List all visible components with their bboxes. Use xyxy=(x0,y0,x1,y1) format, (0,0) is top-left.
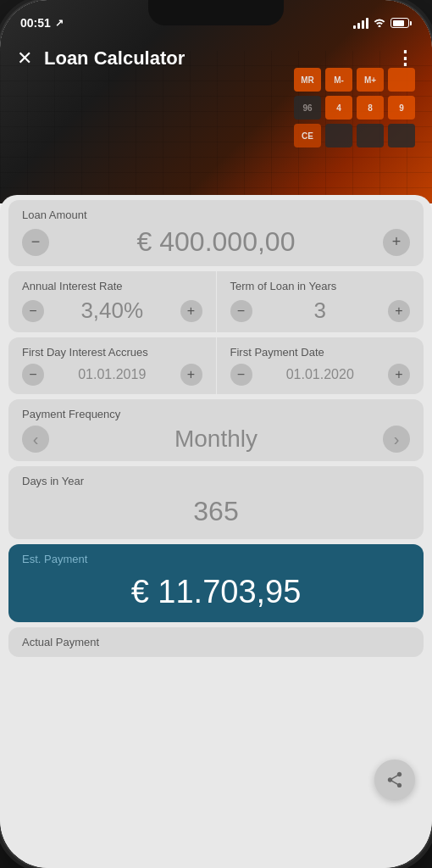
loan-amount-label: Loan Amount xyxy=(22,209,410,221)
est-payment-label: Est. Payment xyxy=(22,553,410,565)
actual-payment-label: Actual Payment xyxy=(22,636,410,648)
first-day-increase[interactable]: + xyxy=(180,364,202,386)
rate-increase[interactable]: + xyxy=(180,300,202,322)
share-icon xyxy=(385,771,404,789)
annual-rate-row: − 3,40% + xyxy=(22,298,202,324)
wifi-icon xyxy=(373,17,386,30)
annual-rate-value: 3,40% xyxy=(44,298,180,324)
first-payment-card: First Payment Date − 01.01.2020 + xyxy=(217,337,424,394)
annual-rate-label: Annual Interest Rate xyxy=(22,280,202,292)
first-payment-label: First Payment Date xyxy=(230,346,411,359)
term-increase[interactable]: + xyxy=(388,300,410,322)
first-day-decrease[interactable]: − xyxy=(22,364,44,386)
phone-screen: 00:51 ↗ xyxy=(0,0,432,868)
payment-frequency-card: Payment Frequency ‹ Monthly › xyxy=(8,399,424,461)
rate-term-row: Annual Interest Rate − 3,40% + Term of L… xyxy=(8,271,424,332)
payment-frequency-label: Payment Frequency xyxy=(22,408,410,420)
frequency-next[interactable]: › xyxy=(383,426,410,453)
first-day-value: 01.01.2019 xyxy=(44,367,180,382)
term-loan-card: Term of Loan in Years − 3 + xyxy=(217,271,424,332)
signal-icon xyxy=(353,17,368,29)
payment-frequency-row: ‹ Monthly › xyxy=(22,426,410,453)
est-payment-value: € 11.703,95 xyxy=(22,569,410,610)
frequency-prev[interactable]: ‹ xyxy=(22,426,49,453)
main-content: Loan Amount − € 400.000,00 + Annual Inte… xyxy=(0,195,432,868)
frequency-value: Monthly xyxy=(49,426,383,453)
share-button[interactable] xyxy=(374,760,415,800)
loan-amount-card: Loan Amount − € 400.000,00 + xyxy=(8,200,424,266)
days-in-year-value: 365 xyxy=(22,492,410,531)
app-title: Loan Calculator xyxy=(44,47,396,70)
close-button[interactable]: ✕ xyxy=(17,47,32,70)
loan-amount-value: € 400.000,00 xyxy=(49,226,383,258)
calculator-decoration: MR M- M+ 96 4 8 9 CE xyxy=(294,68,415,147)
loan-amount-decrease[interactable]: − xyxy=(22,229,49,256)
term-loan-row: − 3 + xyxy=(230,298,411,324)
more-menu-button[interactable]: ⋮ xyxy=(396,47,415,70)
days-in-year-label: Days in Year xyxy=(22,475,410,487)
rate-decrease[interactable]: − xyxy=(22,300,44,322)
navigation-icon: ↗ xyxy=(55,17,64,29)
loan-amount-row: − € 400.000,00 + xyxy=(22,226,410,258)
status-left: 00:51 ↗ xyxy=(20,16,64,30)
first-day-label: First Day Interest Accrues xyxy=(22,346,202,359)
est-payment-card: Est. Payment € 11.703,95 xyxy=(8,544,424,622)
battery-icon xyxy=(390,18,412,28)
status-right xyxy=(353,17,412,30)
notch xyxy=(148,0,284,25)
first-day-row: − 01.01.2019 + xyxy=(22,364,202,386)
time-display: 00:51 xyxy=(20,16,51,30)
phone-frame: 00:51 ↗ xyxy=(0,0,432,868)
term-decrease[interactable]: − xyxy=(230,300,252,322)
annual-rate-card: Annual Interest Rate − 3,40% + xyxy=(8,271,216,332)
first-payment-increase[interactable]: + xyxy=(388,364,410,386)
days-in-year-card: Days in Year 365 xyxy=(8,466,424,539)
dates-row: First Day Interest Accrues − 01.01.2019 … xyxy=(8,337,424,394)
loan-amount-increase[interactable]: + xyxy=(383,229,410,256)
first-payment-value: 01.01.2020 xyxy=(252,367,389,382)
first-day-card: First Day Interest Accrues − 01.01.2019 … xyxy=(8,337,216,394)
term-loan-value: 3 xyxy=(252,298,389,324)
first-payment-row: − 01.01.2020 + xyxy=(230,364,411,386)
app-header: ✕ Loan Calculator ⋮ xyxy=(0,37,432,80)
term-loan-label: Term of Loan in Years xyxy=(230,280,411,292)
actual-payment-card: Actual Payment xyxy=(8,627,424,657)
first-payment-decrease[interactable]: − xyxy=(230,364,252,386)
